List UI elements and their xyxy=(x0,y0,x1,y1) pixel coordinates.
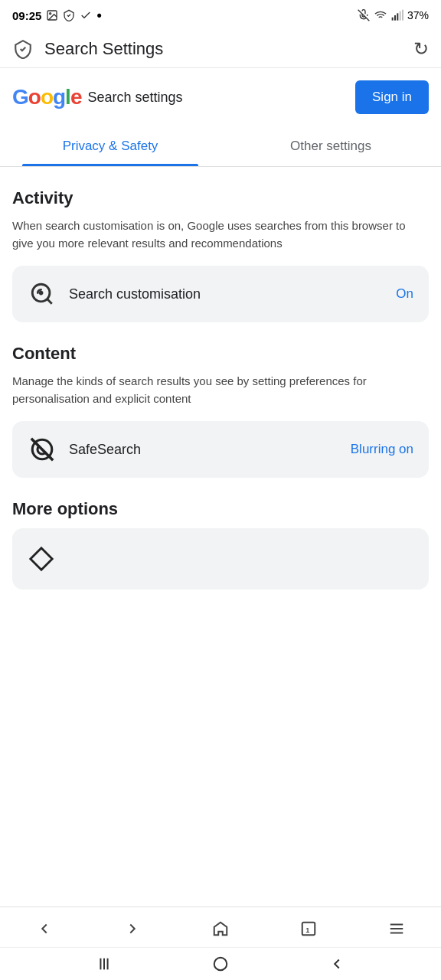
forward-nav[interactable] xyxy=(114,915,151,942)
app-bar-title: Search Settings xyxy=(44,39,163,59)
content-description: Manage the kinds of search results you s… xyxy=(12,373,429,407)
status-bar: 09:25 • 37% xyxy=(0,0,441,31)
google-logo-area: Google Search settings xyxy=(12,85,183,109)
menu-nav[interactable] xyxy=(378,915,415,942)
status-icons: 37% xyxy=(357,9,429,21)
svg-text:1: 1 xyxy=(305,926,309,934)
sign-in-button[interactable]: Sign in xyxy=(355,80,429,114)
safe-search-value: Blurring on xyxy=(351,442,413,457)
tab-privacy-safety[interactable]: Privacy & Safety xyxy=(0,126,220,166)
svg-line-10 xyxy=(47,299,52,304)
google-header: Google Search settings Sign in xyxy=(0,68,441,126)
svg-point-1 xyxy=(50,13,51,15)
svg-marker-14 xyxy=(31,548,52,570)
svg-rect-8 xyxy=(402,10,403,21)
back-button[interactable] xyxy=(328,956,345,972)
shield-check-icon xyxy=(63,9,75,21)
home-nav[interactable] xyxy=(202,915,239,942)
more-options-title: More options xyxy=(12,499,429,519)
android-nav-bar xyxy=(0,947,441,980)
time-display: 09:25 xyxy=(12,9,41,22)
tabs-nav[interactable]: 1 xyxy=(290,915,327,942)
svg-rect-7 xyxy=(400,11,401,21)
battery-display: 37% xyxy=(407,9,429,21)
home-button[interactable] xyxy=(212,956,229,972)
svg-point-11 xyxy=(39,291,44,296)
search-customisation-icon xyxy=(28,279,57,309)
google-logo: Google xyxy=(12,85,81,109)
app-bar-left: Search Settings xyxy=(12,38,163,60)
status-time: 09:25 • xyxy=(12,8,102,24)
svg-rect-5 xyxy=(394,15,396,21)
dot-indicator: • xyxy=(96,8,101,24)
wifi-icon xyxy=(374,9,387,21)
browser-nav-bar: 1 xyxy=(0,906,441,947)
content-section: Content Manage the kinds of search resul… xyxy=(12,344,429,478)
search-settings-label: Search settings xyxy=(87,90,182,106)
content-title: Content xyxy=(12,344,429,364)
activity-title: Activity xyxy=(12,188,429,208)
safe-search-card[interactable]: SafeSearch Blurring on xyxy=(12,421,429,478)
safe-search-icon xyxy=(28,435,57,464)
activity-description: When search customisation is on, Google … xyxy=(12,217,429,252)
svg-rect-6 xyxy=(397,13,398,20)
search-customisation-label: Search customisation xyxy=(69,286,384,302)
main-content: Activity When search customisation is on… xyxy=(0,167,441,906)
refresh-icon[interactable]: ↻ xyxy=(413,38,429,60)
back-nav[interactable] xyxy=(26,915,63,942)
check-icon xyxy=(80,9,92,21)
tab-other-settings[interactable]: Other settings xyxy=(220,126,441,166)
svg-rect-4 xyxy=(392,18,394,21)
tabs-bar: Privacy & Safety Other settings xyxy=(0,126,441,167)
recent-apps-button[interactable] xyxy=(96,956,113,972)
mute-icon xyxy=(357,9,371,21)
more-options-card[interactable] xyxy=(12,528,429,590)
signal-icon xyxy=(390,9,404,21)
shield-icon xyxy=(12,38,34,60)
svg-point-23 xyxy=(214,958,227,971)
activity-section: Activity When search customisation is on… xyxy=(12,188,429,322)
safe-search-label: SafeSearch xyxy=(69,442,338,458)
app-bar: Search Settings ↻ xyxy=(0,31,441,68)
diamond-icon xyxy=(28,545,55,573)
photo-icon xyxy=(46,9,58,21)
search-customisation-value: On xyxy=(396,286,413,302)
more-options-section: More options xyxy=(12,499,429,590)
search-customisation-card[interactable]: Search customisation On xyxy=(12,266,429,322)
